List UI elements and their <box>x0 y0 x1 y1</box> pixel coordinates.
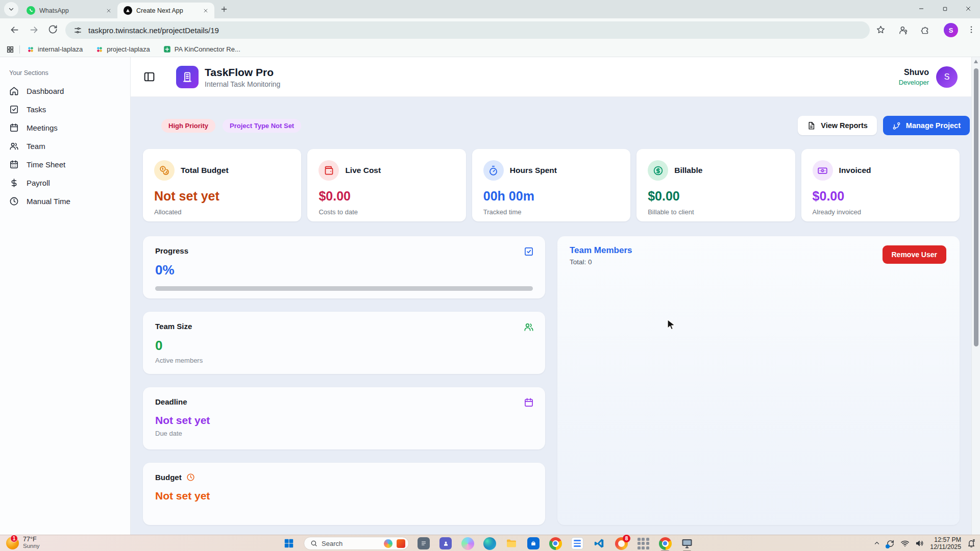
budget-card: Budget Not set yet <box>143 463 545 525</box>
bookmark-internal-laplaza[interactable]: internal-laplaza <box>27 45 83 53</box>
square-check-icon <box>524 246 534 257</box>
start-button[interactable] <box>282 536 296 550</box>
close-window-button[interactable] <box>957 0 980 17</box>
bookmark-star-icon[interactable] <box>876 25 886 35</box>
maximize-button[interactable] <box>933 0 957 17</box>
address-bar[interactable]: taskpro.twinstack.net/projectDetails/19 <box>65 21 870 39</box>
wifi-icon[interactable] <box>900 539 910 548</box>
kebab-menu-icon[interactable] <box>967 25 976 34</box>
browser-icon[interactable] <box>548 536 562 550</box>
taskbar-clock[interactable]: 12:57 PM 12/11/2025 <box>930 536 961 550</box>
sidebar-item-label: Payroll <box>27 179 50 187</box>
edge-icon[interactable] <box>482 536 497 550</box>
sidebar-toggle-icon[interactable] <box>143 70 156 83</box>
avatar[interactable]: S <box>936 66 958 88</box>
view-reports-button[interactable]: View Reports <box>798 116 877 135</box>
sidebar-item-meetings[interactable]: Meetings <box>0 118 130 137</box>
bookmark-label: project-laplaza <box>107 45 150 53</box>
card-title: Budget <box>155 473 533 482</box>
scroll-up-arrow[interactable] <box>974 60 978 63</box>
browser-tabstrip: WhatsApp Create Next App <box>0 0 980 18</box>
bookmark-pa-kinconnector[interactable]: PA KinConnector Re... <box>163 45 240 53</box>
sidebar-item-payroll[interactable]: Payroll <box>0 173 130 192</box>
sync-status-dot <box>886 544 890 548</box>
circle-dollar-icon <box>648 160 668 181</box>
taskbar-search[interactable]: Search <box>304 537 409 550</box>
screen: WhatsApp Create Next App <box>0 0 980 551</box>
grid-app-icon[interactable] <box>636 536 650 550</box>
manage-project-button[interactable]: Manage Project <box>883 116 970 135</box>
tab-search-chevron-icon[interactable] <box>4 2 18 16</box>
close-icon[interactable] <box>104 6 113 15</box>
extensions-puzzle-icon[interactable] <box>921 25 930 35</box>
passkey-icon[interactable] <box>898 25 909 35</box>
green-plus-icon <box>163 45 171 53</box>
reload-icon[interactable] <box>48 24 58 34</box>
browser-toolbar: taskpro.twinstack.net/projectDetails/19 … <box>0 18 980 42</box>
weather-condition: Sunny <box>23 543 40 549</box>
copilot-icon[interactable] <box>460 536 475 550</box>
window-app-icon[interactable] <box>570 536 584 550</box>
store-icon[interactable] <box>526 536 541 550</box>
documents-app-icon[interactable] <box>416 536 431 550</box>
stat-value: $0.00 <box>318 189 454 204</box>
page-subtitle: Internal Task Monitoring <box>205 80 280 88</box>
sidebar-item-label: Team <box>27 142 45 151</box>
monitor-app-icon[interactable] <box>680 536 694 550</box>
forward-icon[interactable] <box>29 24 39 35</box>
app-header: TaskFlow Pro Internal Task Monitoring Sh… <box>131 57 980 97</box>
scrollbar-thumb[interactable] <box>974 68 978 346</box>
stat-card-hours-spent: Hours Spent 00h 00m Tracked time <box>472 149 630 221</box>
chrome-badge-icon[interactable]: 8 <box>614 536 628 550</box>
stat-label: Live Cost <box>345 166 381 175</box>
search-placeholder: Search <box>322 540 380 547</box>
stat-sub: Tracked time <box>483 208 619 216</box>
slack-icon <box>27 46 34 53</box>
remove-user-button[interactable]: Remove User <box>883 245 947 264</box>
new-tab-button[interactable] <box>217 3 231 16</box>
stat-label: Total Budget <box>181 166 229 175</box>
vscode-icon[interactable] <box>592 536 606 550</box>
scrollbar[interactable] <box>971 57 980 535</box>
divider <box>19 45 20 54</box>
sidebar-item-tasks[interactable]: Tasks <box>0 100 130 118</box>
stat-label: Hours Spent <box>510 166 557 175</box>
close-icon[interactable] <box>201 6 210 15</box>
progress-bar <box>155 286 533 291</box>
stat-value: 00h 00m <box>483 189 619 204</box>
teams-icon[interactable] <box>438 536 453 550</box>
browser-profile-avatar[interactable]: S <box>944 23 958 37</box>
tray-sync-icon[interactable] <box>886 539 895 548</box>
progress-card: Progress 0% <box>143 236 545 298</box>
calendar-icon <box>9 123 19 133</box>
site-settings-icon[interactable] <box>74 26 82 35</box>
notification-bell-icon[interactable] <box>967 539 976 548</box>
dashboard-content: High Priority Project Type Not Set View … <box>131 97 980 525</box>
stat-value: $0.00 <box>813 189 948 204</box>
sidebar-item-team[interactable]: Team <box>0 137 130 155</box>
sidebar-section-title: Your Sections <box>9 69 130 77</box>
sidebar-item-manual-time[interactable]: Manual Time <box>0 192 130 210</box>
tray-chevron-up-icon[interactable] <box>873 540 880 547</box>
chrome-icon[interactable] <box>658 536 672 550</box>
minimize-button[interactable] <box>910 0 933 17</box>
nextjs-icon <box>124 6 132 15</box>
back-icon[interactable] <box>9 24 20 35</box>
main-area: TaskFlow Pro Internal Task Monitoring Sh… <box>131 57 980 535</box>
app-logo <box>176 66 199 88</box>
stat-sub: Costs to date <box>318 208 454 216</box>
calendar-icon <box>524 397 534 408</box>
window-controls <box>910 0 980 17</box>
volume-icon[interactable] <box>915 539 924 548</box>
bookmark-project-laplaza[interactable]: project-laplaza <box>96 45 150 53</box>
clock-icon <box>9 196 19 206</box>
tab-whatsapp[interactable]: WhatsApp <box>20 3 117 18</box>
weather-temp: 77°F <box>23 536 40 543</box>
taskbar-weather-widget[interactable]: 1 77°F Sunny <box>6 536 40 549</box>
sidebar-item-dashboard[interactable]: Dashboard <box>0 82 130 100</box>
file-explorer-icon[interactable] <box>504 536 519 550</box>
stats-grid: Total Budget Not set yet Allocated Live … <box>143 149 960 221</box>
sidebar-item-time-sheet[interactable]: Time Sheet <box>0 155 130 173</box>
tab-create-next-app[interactable]: Create Next App <box>117 3 214 18</box>
apps-grid-icon[interactable] <box>6 45 14 54</box>
